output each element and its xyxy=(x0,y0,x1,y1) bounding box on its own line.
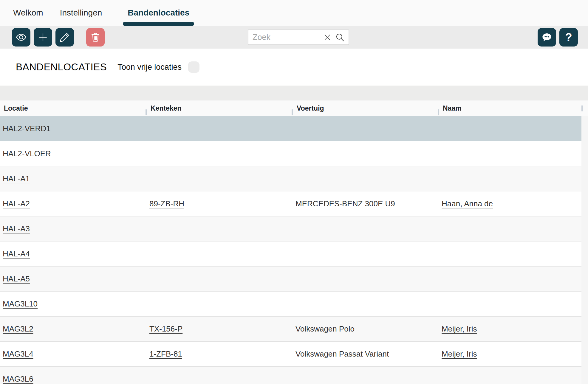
locatie-link[interactable]: HAL-A1 xyxy=(3,174,30,183)
table-body: HAL2-VERD1 HAL2-VLOER HAL-A1 HAL-A2 89-Z… xyxy=(0,116,581,384)
table-row-hal-a5[interactable]: HAL-A5 xyxy=(0,267,581,292)
magnifier-icon[interactable] xyxy=(334,30,346,44)
title-bar: BANDENLOCATIES Toon vrije locaties xyxy=(0,49,588,86)
view-button[interactable] xyxy=(12,28,30,47)
cell-locatie: HAL-A5 xyxy=(0,274,146,284)
locatie-link[interactable]: HAL-A4 xyxy=(3,249,30,258)
pencil-icon xyxy=(59,32,70,43)
feedback-button[interactable] xyxy=(538,28,556,47)
locatie-link[interactable]: HAL2-VERD1 xyxy=(3,124,50,133)
search-box xyxy=(248,30,349,45)
kenteken-link[interactable]: TX-156-P xyxy=(149,324,182,333)
cell-locatie: MAG3L10 xyxy=(0,299,146,309)
plus-icon xyxy=(38,32,48,43)
table-row-hal2-vloer[interactable]: HAL2-VLOER xyxy=(0,141,581,166)
voertuig-text: Volkswagen Polo xyxy=(295,324,355,333)
scrollbar-gutter xyxy=(581,116,588,384)
table-row-mag3l2[interactable]: MAG3L2 TX-156-P Volkswagen Polo Meijer, … xyxy=(0,317,581,342)
table-header: Locatie Kenteken Voertuig Naam xyxy=(0,100,588,116)
cell-kenteken: 1-ZFB-81 xyxy=(146,349,292,359)
cell-locatie: HAL2-VLOER xyxy=(0,149,146,158)
cell-locatie: HAL-A2 xyxy=(0,199,146,208)
locatie-link[interactable]: MAG3L10 xyxy=(3,299,38,308)
cell-voertuig: MERCEDES-BENZ 300E U9 xyxy=(292,199,438,208)
locatie-link[interactable]: MAG3L2 xyxy=(3,324,33,333)
locatie-link[interactable]: MAG3L6 xyxy=(3,374,33,383)
show-free-locations-label: Toon vrije locaties xyxy=(117,63,182,72)
kenteken-link[interactable]: 1-ZFB-81 xyxy=(149,349,182,358)
cell-locatie: HAL-A1 xyxy=(0,174,146,183)
toolbar: ? xyxy=(0,26,588,49)
cell-voertuig: Volkswagen Polo xyxy=(292,324,438,334)
locatie-link[interactable]: HAL-A5 xyxy=(3,274,30,283)
table-row-hal-a4[interactable]: HAL-A4 xyxy=(0,241,581,267)
chat-bubble-icon xyxy=(541,31,553,43)
table-row-mag3l4[interactable]: MAG3L4 1-ZFB-81 Volkswagen Passat Varian… xyxy=(0,342,581,367)
cell-kenteken: TX-156-P xyxy=(146,324,292,334)
cell-locatie: MAG3L4 xyxy=(0,349,146,359)
cell-naam: Haan, Anna de xyxy=(438,199,581,208)
cell-locatie: HAL-A3 xyxy=(0,224,146,233)
table-row-hal-a3[interactable]: HAL-A3 xyxy=(0,216,581,241)
show-free-locations-checkbox[interactable] xyxy=(188,61,199,73)
column-header-voertuig[interactable]: Voertuig xyxy=(292,104,438,112)
locatie-link[interactable]: MAG3L4 xyxy=(3,349,33,358)
question-mark-icon: ? xyxy=(565,31,572,44)
cell-voertuig: Volkswagen Passat Variant xyxy=(292,349,438,359)
page-title: BANDENLOCATIES xyxy=(16,61,107,73)
tab-welkom[interactable]: Welkom xyxy=(13,0,43,26)
clear-search-icon[interactable] xyxy=(321,30,334,44)
tab-bandenlocaties[interactable]: Bandenlocaties xyxy=(123,0,194,26)
naam-link[interactable]: Meijer, Iris xyxy=(442,349,477,358)
column-header-locatie[interactable]: Locatie xyxy=(0,104,146,112)
table-row-hal-a2[interactable]: HAL-A2 89-ZB-RH MERCEDES-BENZ 300E U9 Ha… xyxy=(0,191,581,216)
locatie-link[interactable]: HAL-A3 xyxy=(3,224,30,233)
naam-link[interactable]: Meijer, Iris xyxy=(442,324,477,333)
cell-locatie: MAG3L2 xyxy=(0,324,146,334)
tab-bar: Welkom Instellingen Bandenlocaties xyxy=(0,0,588,26)
naam-link[interactable]: Haan, Anna de xyxy=(442,199,493,208)
voertuig-text: MERCEDES-BENZ 300E U9 xyxy=(295,199,395,208)
edit-button[interactable] xyxy=(55,28,74,47)
table-row-mag3l6[interactable]: MAG3L6 xyxy=(0,367,581,384)
column-header-naam[interactable]: Naam xyxy=(438,104,581,112)
cell-locatie: MAG3L6 xyxy=(0,374,146,384)
column-separator-tick xyxy=(581,105,583,112)
cell-kenteken: 89-ZB-RH xyxy=(146,199,292,208)
cell-locatie: HAL-A4 xyxy=(0,249,146,258)
eye-icon xyxy=(16,32,27,43)
column-header-kenteken[interactable]: Kenteken xyxy=(146,104,292,112)
tab-instellingen[interactable]: Instellingen xyxy=(60,0,102,26)
help-button[interactable]: ? xyxy=(559,28,578,47)
trash-icon xyxy=(90,32,101,43)
search-input[interactable] xyxy=(253,33,321,42)
cell-naam: Meijer, Iris xyxy=(438,324,581,334)
voertuig-text: Volkswagen Passat Variant xyxy=(295,349,389,358)
cell-locatie: HAL2-VERD1 xyxy=(0,124,146,133)
header-gray-band xyxy=(0,86,588,100)
table-row-mag3l10[interactable]: MAG3L10 xyxy=(0,292,581,317)
delete-button[interactable] xyxy=(86,28,105,47)
locatie-link[interactable]: HAL2-VLOER xyxy=(3,149,51,158)
kenteken-link[interactable]: 89-ZB-RH xyxy=(149,199,184,208)
table-row-hal-a1[interactable]: HAL-A1 xyxy=(0,166,581,191)
locatie-link[interactable]: HAL-A2 xyxy=(3,199,30,208)
cell-naam: Meijer, Iris xyxy=(438,349,581,359)
table-row-hal2-verd1[interactable]: HAL2-VERD1 xyxy=(0,116,581,141)
add-button[interactable] xyxy=(34,28,52,47)
